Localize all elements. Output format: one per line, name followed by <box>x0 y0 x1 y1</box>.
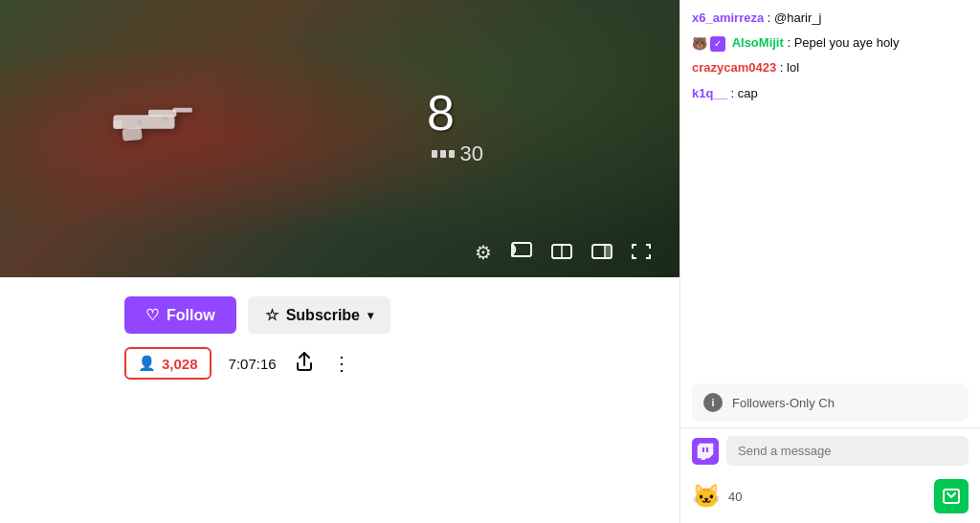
chat-message-input[interactable] <box>726 436 969 466</box>
hud-reserve-ammo: 30 <box>432 142 483 166</box>
svg-rect-12 <box>605 245 612 258</box>
chat-message: k1q__ : cap <box>692 85 969 102</box>
followers-only-banner: i Followers-Only Ch <box>692 383 969 422</box>
chat-input-area <box>680 427 980 473</box>
star-icon: ☆ <box>265 306 278 324</box>
channel-points-count: 40 <box>728 490 742 504</box>
chat-username: crazycam0423 <box>692 60 776 75</box>
svg-rect-2 <box>173 108 192 113</box>
chat-messages-list: x6_amirreza : @harir_j 🐻 ✓ AlsoMijit : P… <box>680 0 980 378</box>
chat-username: k1q__ <box>692 86 727 100</box>
video-controls-bar: ⚙ <box>475 241 651 264</box>
chat-text: : lol <box>780 60 799 75</box>
theater-mode-icon[interactable] <box>551 242 572 264</box>
video-player[interactable]: 8 30 ⚙ <box>0 0 679 277</box>
chat-panel: x6_amirreza : @harir_j 🐻 ✓ AlsoMijit : P… <box>679 0 980 523</box>
chat-username: x6_amirreza <box>692 11 764 25</box>
chat-input-twitch-icon <box>692 438 719 465</box>
reserve-count: 30 <box>460 142 483 166</box>
svg-point-5 <box>137 120 143 125</box>
heart-icon: ♡ <box>145 306 159 324</box>
ammo-dots <box>432 150 455 158</box>
chat-text: : cap <box>731 86 758 100</box>
share-button[interactable] <box>294 351 315 377</box>
svg-rect-3 <box>122 127 143 142</box>
hud-ammo-count: 8 <box>427 84 455 142</box>
fullscreen-icon[interactable] <box>632 242 651 264</box>
chat-bottom-row: 🐱 40 <box>680 473 980 523</box>
chat-message: 🐻 ✓ AlsoMijit : Pepel you aye holy <box>692 34 969 52</box>
svg-rect-6 <box>162 117 168 120</box>
chat-text: : @harir_j <box>768 11 822 25</box>
chat-badges: 🐻 ✓ <box>692 36 725 52</box>
chat-message: x6_amirreza : @harir_j <box>692 10 969 27</box>
cat-emote: 🐱 <box>692 483 721 510</box>
chat-message: crazycam0423 : lol <box>692 59 969 76</box>
left-panel: 8 30 ⚙ <box>0 0 679 523</box>
chat-text: : Pepel you aye holy <box>787 35 899 50</box>
viewer-person-icon: 👤 <box>138 355 156 372</box>
more-options-button[interactable]: ⋮ <box>332 352 351 375</box>
follow-label: Follow <box>167 307 215 324</box>
points-number: 40 <box>728 490 742 504</box>
svg-rect-4 <box>113 120 122 129</box>
claim-points-button[interactable] <box>934 479 969 513</box>
stream-controls: ♡ Follow ☆ Subscribe ▾ <box>0 277 679 334</box>
viewer-count: 3,028 <box>162 356 198 372</box>
svg-rect-1 <box>148 110 176 117</box>
sidebar-icon[interactable] <box>591 242 612 264</box>
stream-stats: 👤 3,028 7:07:16 ⋮ <box>0 334 679 380</box>
subscribe-chevron: ▾ <box>368 309 373 322</box>
verified-badge: ✓ <box>710 36 725 52</box>
followers-only-text: Followers-Only Ch <box>732 396 835 410</box>
stream-duration: 7:07:16 <box>229 356 277 372</box>
emote-area: 🐱 40 <box>692 483 742 510</box>
svg-rect-15 <box>706 447 708 452</box>
info-icon: i <box>703 393 723 412</box>
subscribe-button[interactable]: ☆ Subscribe ▾ <box>248 296 390 334</box>
chat-username: AlsoMijit <box>732 35 784 50</box>
settings-icon[interactable]: ⚙ <box>475 241 492 264</box>
viewer-count-badge: 👤 3,028 <box>124 347 212 380</box>
cast-icon[interactable] <box>511 242 532 264</box>
svg-rect-14 <box>702 447 704 452</box>
bear-badge: 🐻 <box>692 36 707 52</box>
gun-icon <box>96 96 201 148</box>
subscribe-label: Subscribe <box>286 307 360 324</box>
follow-button[interactable]: ♡ Follow <box>124 296 236 334</box>
